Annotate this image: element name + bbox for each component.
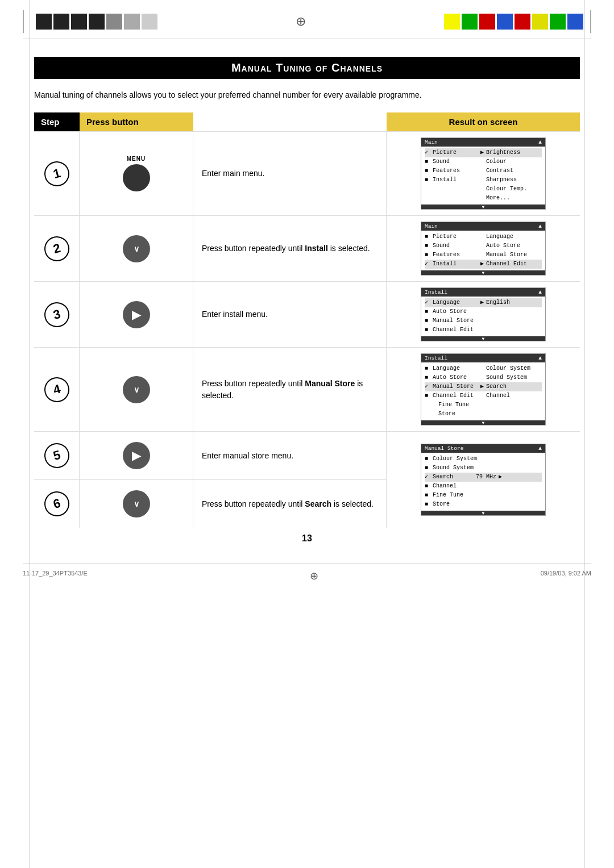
step-circle-1: 1 <box>42 158 72 189</box>
steps-56-screen: Manual Store▲ ■Colour System ■Sound Syst… <box>387 431 580 528</box>
step-1-number: 1 <box>34 131 80 215</box>
menu-button-label: MENU <box>127 156 146 162</box>
step-circle-2: 2 <box>42 233 72 264</box>
step-3-screen: Install▲ ✓Language▶English ■Auto Store ■… <box>387 281 580 347</box>
footer: 11-17_29_34PT3543/E ⊕ 09/19/03, 9:02 AM <box>23 564 591 588</box>
bottom-crosshair: ⊕ <box>310 570 318 582</box>
step-2-number: 2 <box>34 215 80 281</box>
step-3-button: ▶ <box>80 281 193 347</box>
header-result: Result on screen <box>387 112 580 131</box>
step-6-button: ∨ <box>80 480 193 528</box>
top-bar: ⊕ <box>0 0 614 39</box>
step-circle-4: 4 <box>42 374 72 405</box>
step-2-button: ∨ <box>80 215 193 281</box>
down-button-6[interactable]: ∨ <box>123 490 150 518</box>
step-circle-3: 3 <box>42 299 72 330</box>
header-spacer <box>193 112 387 131</box>
step-1-button: MENU <box>80 131 193 215</box>
step-4-button: ∨ <box>80 347 193 431</box>
step-3-number: 3 <box>34 281 80 347</box>
top-crosshair: ⊕ <box>296 14 306 29</box>
step-2-screen: Main▲ ■Picture Language ■Sound Auto Stor… <box>387 215 580 281</box>
step-1-row: 1 MENU Enter main menu. Main▲ ✓Picture▶B… <box>34 131 580 215</box>
step-1-screen: Main▲ ✓Picture▶Brightness ■Sound Colour … <box>387 131 580 215</box>
step-6-desc: Press button repeatedly until Search is … <box>193 480 387 528</box>
header-press-button: Press button <box>80 112 193 131</box>
screen-mockup-56: Manual Store▲ ■Colour System ■Sound Syst… <box>421 444 546 516</box>
step-4-row: 4 ∨ Press button repeatedly until Manual… <box>34 347 580 431</box>
step-circle-6: 6 <box>42 489 72 519</box>
step-circle-5: 5 <box>42 440 72 471</box>
steps-table: Step Press button Result on screen 1 MEN… <box>34 112 580 528</box>
footer-left: 11-17_29_34PT3543/E <box>23 570 88 582</box>
down-button-2[interactable]: ∨ <box>123 235 150 262</box>
step-5-row: 5 ▶ Enter manual store menu. <box>34 431 387 479</box>
page-title: Manual Tuning of Channels <box>34 57 580 79</box>
screen-mockup-2: Main▲ ■Picture Language ■Sound Auto Stor… <box>421 222 546 276</box>
screen-mockup-3: Install▲ ✓Language▶English ■Auto Store ■… <box>421 287 546 341</box>
header-step: Step <box>34 112 80 131</box>
step-5-number: 5 <box>34 432 80 479</box>
step-4-number: 4 <box>34 347 80 431</box>
step-4-desc: Press button repeatedly until Manual Sto… <box>193 347 387 431</box>
page-number: 13 <box>34 533 580 544</box>
down-button-4[interactable]: ∨ <box>123 376 150 403</box>
steps-56-left: 5 ▶ Enter manual store menu. 6 ∨ <box>34 431 387 528</box>
step-5-desc: Enter manual store menu. <box>193 432 387 479</box>
step-6-number: 6 <box>34 480 80 528</box>
table-header: Step Press button Result on screen <box>34 112 580 131</box>
screen-mockup-1: Main▲ ✓Picture▶Brightness ■Sound Colour … <box>421 137 546 210</box>
main-content: Manual Tuning of Channels Manual tuning … <box>0 45 614 564</box>
step-1-desc: Enter main menu. <box>193 131 387 215</box>
step-5-button: ▶ <box>80 432 193 479</box>
step-2-desc: Press button repeatedly until Install is… <box>193 215 387 281</box>
right-button-5[interactable]: ▶ <box>123 442 150 469</box>
screen-mockup-4: Install▲ ■Language Colour System ■Auto S… <box>421 353 546 425</box>
steps-56-container: 5 ▶ Enter manual store menu. 6 ∨ <box>34 431 580 528</box>
black-color-blocks <box>36 14 157 30</box>
description: Manual tuning of channels allows you to … <box>34 89 580 101</box>
step-3-row: 3 ▶ Enter install menu. Install▲ ✓Langua… <box>34 281 580 347</box>
step-3-desc: Enter install menu. <box>193 281 387 347</box>
step-2-row: 2 ∨ Press button repeatedly until Instal… <box>34 215 580 281</box>
step-4-screen: Install▲ ■Language Colour System ■Auto S… <box>387 347 580 431</box>
step-6-row: 6 ∨ Press button repeatedly until Search… <box>34 479 387 528</box>
color-blocks <box>444 14 583 30</box>
right-button-3[interactable]: ▶ <box>123 301 150 328</box>
menu-button[interactable] <box>123 164 150 191</box>
